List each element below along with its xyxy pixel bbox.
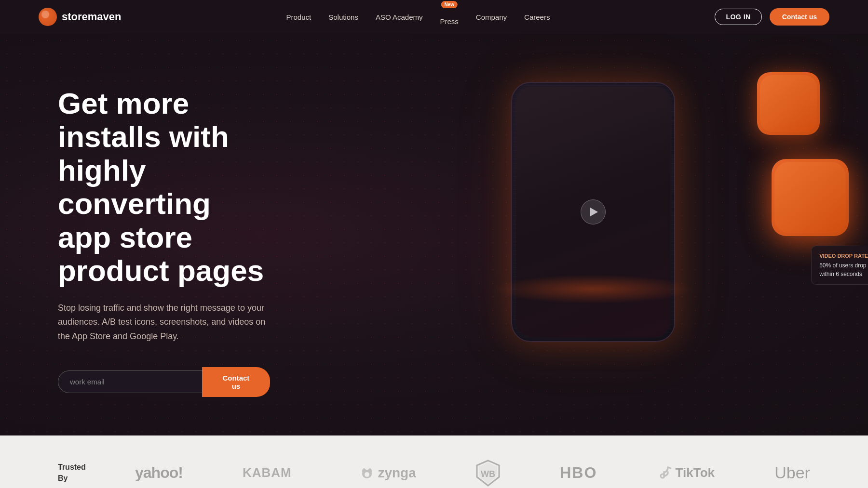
hero-title: Get more installs with highly converting… <box>58 87 270 288</box>
hero-content: Get more installs with highly converting… <box>0 34 328 435</box>
info-card-title: VIDEO DROP RATE <box>819 252 868 260</box>
svg-line-7 <box>668 467 671 468</box>
brand-wb: WB <box>476 460 500 487</box>
trusted-logos: yahoo! KABAM zynga <box>135 460 810 487</box>
trusted-section: Trusted By yahoo! KABAM zynga <box>0 435 868 488</box>
nav-product[interactable]: Product <box>286 13 312 21</box>
hero-form: Contact us <box>58 367 270 397</box>
app-icon-card-1 <box>757 72 820 135</box>
trusted-label: Trusted By <box>58 462 96 484</box>
phone-glow <box>492 275 694 303</box>
hero-visual: VIDEO DROP RATE 50% of users drop offwit… <box>453 43 868 361</box>
brand-yahoo: yahoo! <box>135 464 183 482</box>
svg-point-6 <box>661 474 665 478</box>
contact-nav-button[interactable]: Contact us <box>770 8 829 26</box>
nav-solutions[interactable]: Solutions <box>328 13 358 21</box>
nav-aso-academy[interactable]: ASO Academy <box>376 13 423 21</box>
brand-zynga: zynga <box>360 465 416 481</box>
navbar: storemaven Product Solutions ASO Academy… <box>0 0 868 34</box>
svg-text:WB: WB <box>481 469 495 479</box>
brand-uber: Uber <box>774 463 810 482</box>
info-card-text: 50% of users drop offwithin 6 seconds <box>819 261 868 278</box>
svg-point-4 <box>365 472 369 477</box>
brand-kabam: KABAM <box>243 462 300 483</box>
app-icon-inner-1 <box>760 75 817 132</box>
nav-links: Product Solutions ASO Academy New Press … <box>286 9 550 26</box>
nav-actions: LOG IN Contact us <box>715 8 829 26</box>
contact-hero-button[interactable]: Contact us <box>202 367 270 397</box>
hero-section: Get more installs with highly converting… <box>0 34 868 435</box>
nav-careers[interactable]: Careers <box>524 13 550 21</box>
logo-icon <box>39 8 57 26</box>
email-input[interactable] <box>58 370 202 393</box>
nav-company[interactable]: Company <box>476 13 507 21</box>
svg-text:KABAM: KABAM <box>243 465 292 480</box>
play-arrow-icon <box>590 208 598 216</box>
app-icon-card-2 <box>772 159 849 236</box>
press-badge: New <box>441 1 458 8</box>
app-icon-inner-2 <box>774 162 846 233</box>
brand-name: storemaven <box>62 11 122 23</box>
logo[interactable]: storemaven <box>39 8 122 26</box>
info-card: VIDEO DROP RATE 50% of users drop offwit… <box>811 246 868 285</box>
nav-press[interactable]: New Press <box>440 9 459 26</box>
hero-subtitle: Stop losing traffic and show the right m… <box>58 301 270 344</box>
brand-tiktok: TikTok <box>657 465 715 481</box>
play-button <box>581 199 606 224</box>
login-button[interactable]: LOG IN <box>715 9 761 25</box>
brand-hbo: HBO <box>560 464 597 482</box>
